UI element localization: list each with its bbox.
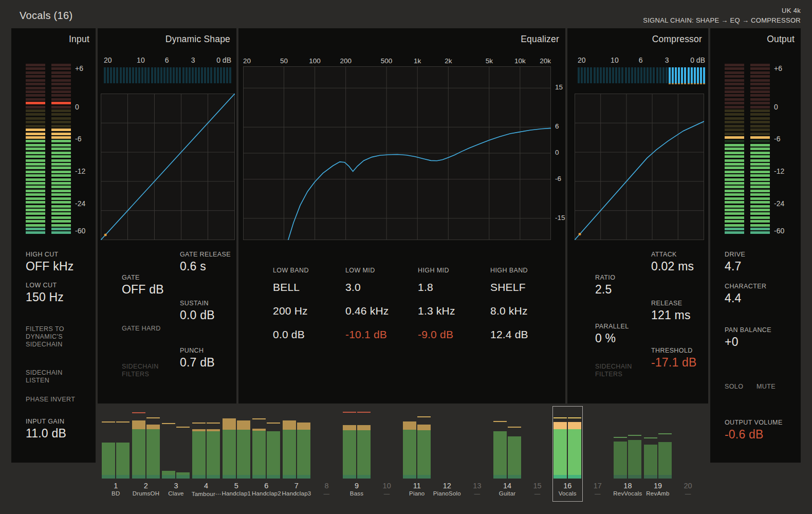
character-value[interactable]: 4.4 — [725, 291, 766, 305]
signal-chain: SIGNAL CHAIN: SHAPE → EQ → COMPRESSOR — [643, 15, 801, 25]
mixer-channel-19[interactable]: 19RevAmb — [643, 406, 673, 502]
mixer-channel-17[interactable]: 17— — [583, 406, 613, 502]
channel-meter-bars — [463, 410, 491, 479]
output-volume-value[interactable]: -0.6 dB — [725, 428, 783, 442]
mixer-channel-2[interactable]: 2DrumsOH — [131, 406, 161, 502]
mixer-channel-1[interactable]: 1BD — [101, 406, 131, 502]
ratio-value[interactable]: 2.5 — [595, 283, 615, 297]
eq-band-gain[interactable]: 0.0 dB — [273, 328, 305, 341]
high-cut-value[interactable]: OFF kHz — [26, 260, 73, 273]
sidechain-listen-toggle[interactable]: SIDECHAIN LISTEN — [26, 369, 77, 384]
pan-balance-value[interactable]: +0 — [725, 335, 771, 349]
shape-sidechain-filters-toggle[interactable]: SIDECHAIN FILTERS — [122, 363, 163, 378]
gr-scale-label: 10 — [611, 56, 619, 64]
mixer-channel-5[interactable]: 5Handclap1 — [221, 406, 251, 502]
mixer-channel-18[interactable]: 18RevVocals — [613, 406, 643, 502]
channel-meter-bars — [312, 410, 340, 479]
mixer-channel-11[interactable]: 11Piano — [402, 406, 432, 502]
sustain-value[interactable]: 0.0 dB — [180, 308, 215, 322]
phase-invert-toggle[interactable]: PHASE INVERT — [26, 396, 93, 403]
meter-scale-label: 0 — [75, 102, 101, 112]
channel-label: Bass — [342, 490, 372, 497]
eq-band-name: HIGH MID — [418, 267, 449, 274]
comp-transfer-graph[interactable] — [575, 94, 704, 240]
attack-label: ATTACK — [651, 251, 694, 259]
meter-scale-label: -60 — [75, 226, 101, 235]
filters-to-sidechain-toggle[interactable]: FILTERS TO DYNAMIC'S SIDECHAIN — [26, 325, 77, 348]
eq-band-name: HIGH BAND — [490, 267, 528, 274]
gate-release-value[interactable]: 0.6 s — [180, 260, 231, 273]
mixer-channel-16[interactable]: 16Vocals — [552, 406, 583, 502]
mixer-channel-6[interactable]: 6Handclap2 — [251, 406, 282, 502]
comp-sidechain-filters-toggle[interactable]: SIDECHAIN FILTERS — [595, 363, 636, 378]
channel-meter-bars — [343, 410, 371, 479]
eq-band-gain[interactable]: -9.0 dB — [418, 328, 453, 341]
channel-number: 9 — [342, 482, 372, 490]
output-panel-title: Output — [767, 34, 795, 45]
eq-band-type[interactable]: 1.8 — [418, 281, 433, 293]
attack-value[interactable]: 0.02 ms — [651, 260, 694, 273]
mixer-channel-8[interactable]: 8— — [311, 406, 342, 502]
punch-value[interactable]: 0.7 dB — [180, 356, 215, 370]
drive-control: DRIVE 4.7 — [725, 251, 745, 273]
input-gain-value[interactable]: 11.0 dB — [26, 427, 66, 440]
channel-meter-bars — [102, 410, 130, 479]
mute-button[interactable]: MUTE — [756, 383, 776, 391]
channel-label: — — [463, 490, 492, 497]
parallel-value[interactable]: 0 % — [595, 332, 629, 345]
gate-value[interactable]: OFF dB — [122, 283, 164, 297]
peak-hold-line — [343, 412, 356, 413]
preset-name: UK 4k — [643, 6, 801, 15]
eq-band-freq[interactable]: 1.3 kHz — [418, 305, 455, 317]
eq-band-type[interactable]: BELL — [273, 281, 300, 293]
meter-scale-label: -6 — [75, 134, 101, 143]
eq-freq-label: 100 — [309, 57, 321, 65]
channel-number: 15 — [523, 482, 552, 490]
equalizer-panel: Equalizer 20501002005001k2k5k10k20k 1560… — [238, 28, 565, 403]
mixer-channel-3[interactable]: 3Clave — [161, 406, 191, 502]
mixer-channel-12[interactable]: 12PianoSolo — [432, 406, 463, 502]
eq-band-gain[interactable]: -10.1 dB — [345, 328, 387, 341]
eq-band-freq[interactable]: 8.0 kHz — [490, 305, 528, 317]
peak-hold-line — [176, 427, 190, 428]
channel-meter-bars — [283, 410, 310, 479]
eq-band-gain[interactable]: 12.4 dB — [490, 328, 528, 341]
input-panel-title: Input — [69, 34, 89, 45]
meter-column — [725, 64, 744, 235]
channel-meter-bars — [192, 410, 220, 479]
peak-hold-line — [116, 421, 130, 423]
gate-release-label: GATE RELEASE — [180, 251, 231, 259]
mixer-channel-15[interactable]: 15— — [522, 406, 552, 502]
threshold-value[interactable]: -17.1 dB — [651, 356, 697, 370]
channel-number: 11 — [402, 482, 432, 490]
solo-button[interactable]: SOLO — [725, 383, 743, 391]
output-volume-label: OUTPUT VOLUME — [725, 419, 783, 427]
channel-meter-bars — [132, 410, 160, 479]
mixer-channel-10[interactable]: 10— — [372, 406, 402, 502]
low-cut-value[interactable]: 150 Hz — [26, 290, 64, 304]
channel-label: — — [372, 490, 401, 497]
eq-response-graph[interactable] — [243, 66, 551, 240]
drive-value[interactable]: 4.7 — [725, 260, 745, 273]
mixer-channel-14[interactable]: 14Guitar — [492, 406, 523, 502]
mixer-channel-13[interactable]: 13— — [462, 406, 492, 502]
eq-band-type[interactable]: 3.0 — [345, 281, 361, 293]
shape-gain-reduction-meter: 2010630 dB — [104, 67, 231, 83]
gate-label: GATE — [122, 274, 164, 282]
mixer-channel-4[interactable]: 4Tambour⋯ — [191, 406, 222, 502]
channel-number: 5 — [222, 482, 251, 490]
comp-panel-title: Compressor — [652, 34, 702, 45]
mixer-channel-7[interactable]: 7Handclap3 — [282, 406, 312, 502]
sustain-label: SUSTAIN — [180, 300, 215, 307]
channel-number: 6 — [252, 482, 281, 490]
release-value[interactable]: 121 ms — [651, 308, 691, 322]
eq-band-type[interactable]: SHELF — [490, 281, 526, 293]
channel-meter-bars — [674, 410, 702, 479]
eq-band-freq[interactable]: 200 Hz — [273, 305, 308, 317]
eq-db-label: 15 — [555, 83, 563, 91]
gate-hard-toggle[interactable]: GATE HARD — [122, 325, 178, 333]
eq-band-freq[interactable]: 0.46 kHz — [345, 305, 389, 317]
mixer-channel-9[interactable]: 9Bass — [342, 406, 372, 502]
shape-transfer-graph[interactable] — [101, 94, 235, 240]
mixer-channel-20[interactable]: 20— — [673, 406, 703, 502]
